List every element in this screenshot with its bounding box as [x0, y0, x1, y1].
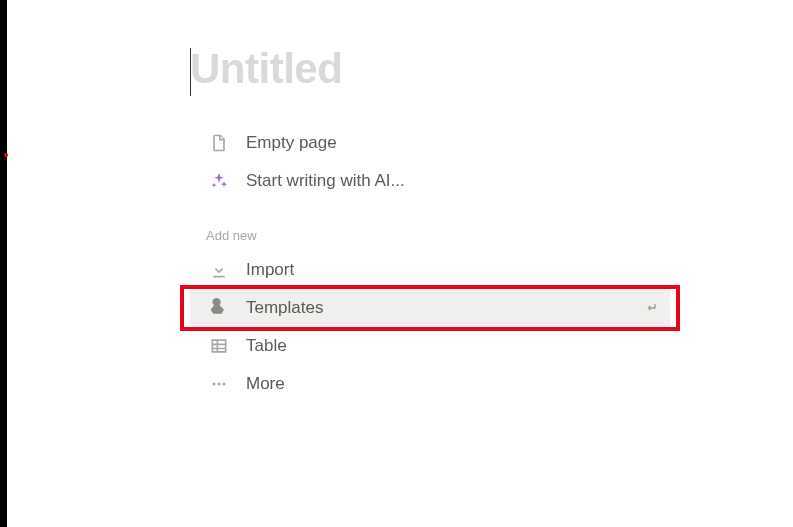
option-table[interactable]: Table [190, 327, 670, 365]
add-new-options: Import Templates Table More [190, 251, 670, 403]
option-import[interactable]: Import [190, 251, 670, 289]
templates-icon [208, 297, 230, 319]
option-label: Table [246, 336, 660, 356]
import-icon [208, 259, 230, 281]
page-icon [208, 132, 230, 154]
quick-options: Empty page Start writing with AI... [190, 124, 670, 200]
new-page-panel: Untitled Empty page Start writing with A… [190, 48, 670, 403]
text-cursor [190, 48, 191, 96]
option-templates[interactable]: Templates [190, 289, 670, 327]
title-placeholder: Untitled [190, 48, 670, 90]
option-label: Import [246, 260, 660, 280]
window-left-edge [0, 0, 7, 527]
page-title-input[interactable]: Untitled [190, 48, 670, 102]
annotation-dot [4, 153, 8, 157]
option-start-with-ai[interactable]: Start writing with AI... [190, 162, 670, 200]
svg-point-1 [218, 383, 221, 386]
option-label: Start writing with AI... [246, 171, 660, 191]
add-new-heading: Add new [190, 228, 670, 251]
svg-point-0 [213, 383, 216, 386]
option-more[interactable]: More [190, 365, 670, 403]
enter-icon [642, 299, 660, 317]
more-icon [208, 373, 230, 395]
table-icon [208, 335, 230, 357]
sparkle-icon [208, 170, 230, 192]
svg-point-2 [223, 383, 226, 386]
option-label: More [246, 374, 660, 394]
option-label: Empty page [246, 133, 660, 153]
option-empty-page[interactable]: Empty page [190, 124, 670, 162]
option-label: Templates [246, 298, 642, 318]
